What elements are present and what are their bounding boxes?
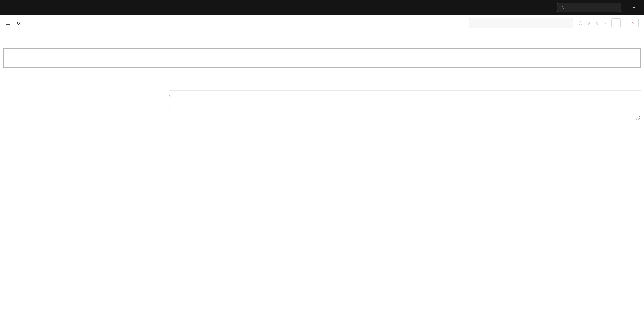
trace-lookup-box[interactable]	[557, 3, 621, 12]
process-section-toggle[interactable]: ›	[168, 106, 641, 111]
chevron-down-icon: ∨	[632, 6, 636, 9]
trace-services	[21, 34, 23, 38]
minimap-ticks	[3, 43, 641, 48]
span-id	[168, 116, 641, 120]
jaeger-trace-page: ∨ ← ⊖ ∧ ∨ × ∨	[0, 0, 644, 327]
trace-total-spans	[38, 34, 40, 38]
top-nav: ∨	[0, 0, 644, 15]
trace-header: ← ⊖ ∧ ∨ × ∨	[0, 15, 644, 32]
timeline-ticks	[161, 72, 644, 82]
span-detail-panel: ›	[161, 82, 644, 246]
chevron-down-icon: ∨	[632, 22, 635, 25]
zoom-out-icon[interactable]: ⊖	[578, 20, 583, 26]
keyboard-shortcuts-button[interactable]	[612, 18, 621, 28]
trace-meta-row	[0, 32, 644, 41]
divider	[168, 90, 641, 91]
prev-result-icon[interactable]: ∧	[588, 21, 591, 26]
trace-start	[3, 34, 5, 38]
chevron-down-icon	[168, 94, 172, 97]
trace-duration	[12, 34, 14, 38]
search-icon	[560, 5, 564, 10]
tags-section-toggle[interactable]	[168, 94, 641, 97]
timeline-header-left	[0, 72, 161, 82]
trace-minimap	[0, 41, 644, 68]
timeline-header	[0, 72, 644, 82]
next-result-icon[interactable]: ∨	[596, 21, 599, 26]
collapse-trace-icon[interactable]	[16, 21, 21, 26]
about-jaeger-menu[interactable]: ∨	[626, 6, 644, 9]
trace-lookup-input[interactable]	[566, 5, 618, 10]
chevron-right-icon: ›	[169, 106, 171, 111]
minimap-canvas[interactable]	[3, 48, 641, 68]
detail-left-gutter	[0, 82, 161, 246]
trace-header-controls: ⊖ ∧ ∨ × ∨	[469, 18, 639, 28]
link-icon[interactable]	[636, 116, 641, 120]
trace-depth	[30, 34, 32, 38]
trace-view-selector[interactable]: ∨	[626, 18, 639, 28]
clear-find-icon[interactable]: ×	[604, 20, 607, 26]
find-input[interactable]	[469, 18, 574, 28]
back-button[interactable]: ←	[5, 19, 16, 27]
span-detail-region: ›	[0, 82, 644, 246]
